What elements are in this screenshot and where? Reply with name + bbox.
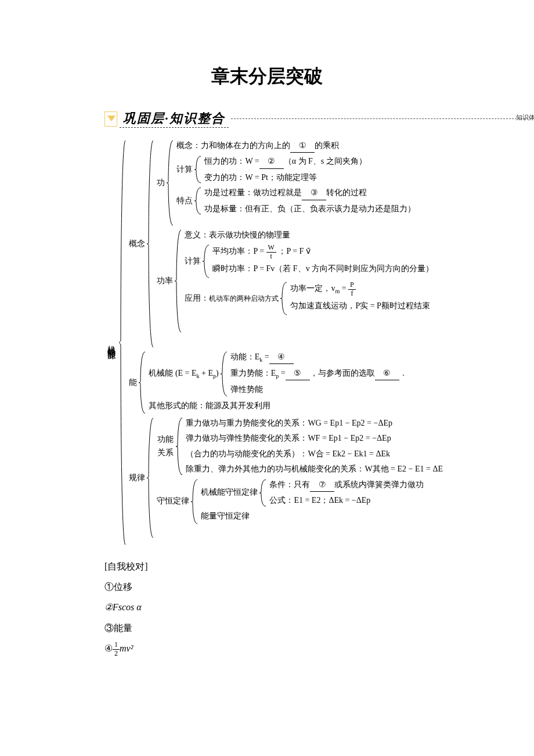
blank-5: ⑤ (286, 367, 310, 380)
answers-heading: [自我校对] (104, 556, 534, 577)
mech-energy-label: 机械能 (E = Ek + Ep) (149, 367, 218, 381)
brace-icon (220, 351, 228, 397)
root-label: 机械能和能源 (104, 339, 117, 346)
banner-right-text: 知识体系 反哺教材 (516, 113, 534, 122)
cond-line: 条件：只有⑦或系统内弹簧类弹力做功 (269, 478, 424, 492)
concept-label: 概念 (129, 237, 145, 250)
answer-2: ②Fscos α (104, 597, 534, 617)
other-energy-line: 其他形式的能：能源及其开发利用 (149, 399, 407, 412)
gong-feat-process: 功是过程量：做功过程就是③转化的过程 (204, 186, 416, 200)
gong-calc-const: 恒力的功：W =②（α 为 F、s 之间夹角） (204, 155, 366, 168)
rel-line-1: 重力做功与重力势能变化的关系：WG = Ep1 − Ep2 = −ΔEp (186, 417, 443, 430)
blank-4: ④ (269, 351, 294, 364)
energy-label: 能 (129, 376, 137, 389)
brace-icon (146, 139, 154, 348)
gong-concept-line: 概念：力和物体在力的方向上的①的乘积 (176, 139, 416, 153)
power-avg: 平均功率：P = Wt ；P = F v̄ (212, 244, 434, 260)
power-meaning: 意义：表示做功快慢的物理量 (185, 229, 434, 242)
law-label: 规律 (129, 471, 145, 484)
brace-icon (174, 229, 182, 333)
rel-line-4: 除重力、弹力外其他力的功与机械能变化的关系：W其他 = E2 − E1 = ΔE (186, 463, 443, 476)
blank-7: ⑦ (310, 478, 334, 492)
elastic-line: 弹性势能 (230, 383, 407, 396)
brace-icon (259, 478, 267, 507)
power-inst: 瞬时功率：P = Fv（若 F、v 方向不同时则应为同方向的分量） (212, 262, 434, 275)
power-app-line1: 功率一定，vm = Pf (290, 281, 430, 297)
gong-label: 功 (157, 177, 165, 189)
gong-calc-label: 计算 (176, 163, 193, 176)
formula-line: 公式：E1 = E2；ΔEk = −ΔEp (269, 494, 424, 507)
banner-rule (231, 118, 535, 119)
brace-icon (166, 139, 174, 226)
answer-4: ④12mv² (104, 638, 534, 658)
rel-label: 功能关系 (157, 433, 174, 459)
page-title: 章末分层突破 (0, 64, 534, 89)
rel-line-2: 弹力做功与弹性势能变化的关系：WF = Ep1 − Ep2 = −ΔEp (186, 432, 443, 445)
brace-icon (194, 155, 202, 184)
power-app-line2: 匀加速直线运动，P实 = P额时过程结束 (290, 300, 430, 312)
mech-cons-label: 机械能守恒定律 (201, 486, 258, 499)
power-label: 功率 (157, 275, 173, 287)
brace-icon (118, 139, 127, 546)
banner-arrow-icon (104, 111, 117, 127)
brace-icon (138, 351, 146, 415)
gong-calc-var: 变力的功：W = Pt；动能定理等 (204, 171, 366, 184)
blank-6: ⑥ (375, 367, 399, 380)
brace-icon (202, 244, 210, 279)
section-banner: 巩固层·知识整合 知识体系 反哺教材 (104, 110, 534, 128)
power-app-label: 应用：机动车的两种启动方式 (185, 292, 279, 305)
cons-label: 守恒定律 (157, 495, 189, 507)
blank-3: ③ (302, 186, 326, 200)
gong-feat-label: 特点 (176, 195, 193, 207)
rel-line-3: （合力的功与动能变化的关系）：W合 = Ek2 − Ek1 = ΔEk (186, 448, 443, 460)
power-calc-label: 计算 (185, 255, 201, 268)
answer-1: ①位移 (104, 577, 534, 597)
kinetic-line: 动能：Ek =④ (230, 351, 407, 365)
brace-icon (146, 417, 154, 539)
brace-icon (194, 186, 202, 215)
grav-line: 重力势能：Ep =⑤，与参考面的选取⑥． (230, 367, 407, 381)
blank-1: ① (290, 139, 315, 153)
energy-cons-line: 能量守恒定律 (201, 510, 424, 523)
banner-label: 巩固层·知识整合 (120, 110, 229, 128)
answers-block: [自我校对] ①位移 ②Fscos α ③能量 ④12mv² (104, 556, 534, 658)
brace-icon (190, 478, 199, 525)
gong-feat-scalar: 功是标量：但有正、负（正、负表示该力是动力还是阻力） (204, 203, 416, 215)
brace-icon (175, 417, 183, 476)
outline-tree: 机械能和能源 概念 功 概念：力和物体在力的方向上的①的乘积 (104, 139, 534, 546)
brace-icon (280, 281, 288, 316)
answer-3: ③能量 (104, 618, 534, 638)
blank-2: ② (259, 155, 284, 168)
